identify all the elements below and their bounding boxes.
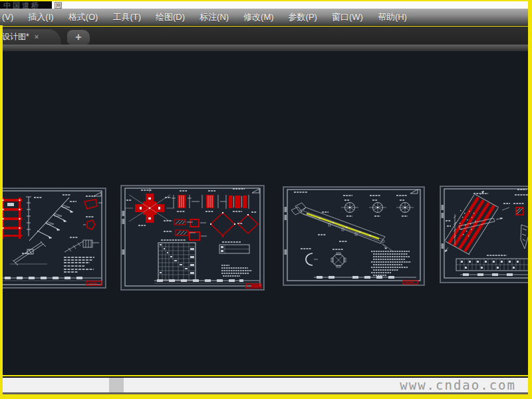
horizontal-scrollbar[interactable]: www.cndao.com xyxy=(0,376,532,392)
anchor-bolt-assembly xyxy=(291,203,394,252)
menu-bar: (V) 插入(I) 格式(O) 工具(T) 绘图(D) 标注(N) 修改(M) … xyxy=(0,9,532,26)
title-strip xyxy=(314,276,418,284)
vertical-dimension xyxy=(26,197,31,236)
menu-item-dimension[interactable]: 标注(N) xyxy=(200,11,229,23)
sheet-fold-icon xyxy=(410,190,418,194)
menu-item-tools[interactable]: 工具(T) xyxy=(112,11,141,23)
drawing-sheet-2[interactable] xyxy=(121,186,264,290)
bracket-detail xyxy=(65,240,99,252)
menu-item-view[interactable]: (V) xyxy=(2,12,13,22)
close-tab-icon[interactable]: × xyxy=(35,33,39,41)
menu-item-help[interactable]: 帮助(H) xyxy=(378,11,407,23)
binding-marks xyxy=(122,211,125,255)
drawing-canvas[interactable] xyxy=(0,51,532,375)
drawing-sheet-4[interactable] xyxy=(440,186,532,283)
pier-section-details xyxy=(172,195,249,209)
document-tab-bar: 设计图* × + xyxy=(0,27,532,45)
legend-table xyxy=(219,245,249,253)
notes-block xyxy=(64,257,94,272)
title-bar xyxy=(0,1,528,9)
sheet-fold-icon xyxy=(252,189,259,193)
tab-design-drawing[interactable]: 设计图* × xyxy=(0,29,61,45)
cad-application-window: 中国道桥 网 (V) 插入(I) 格式(O) 工具(T) 绘图(D) 标注(N)… xyxy=(0,0,532,399)
scrollbar-thumb[interactable] xyxy=(109,378,124,392)
site-logo-badge-icon: 网 xyxy=(55,2,62,9)
menu-item-window[interactable]: 窗口(W) xyxy=(332,11,363,23)
title-strip xyxy=(2,277,102,285)
quantity-table xyxy=(158,243,196,280)
c-clamp-detail xyxy=(306,253,318,265)
highlighted-cable xyxy=(307,213,379,239)
red-section-details xyxy=(84,200,97,229)
notes-block xyxy=(221,265,252,276)
schedule-table xyxy=(456,259,532,271)
binding-marks xyxy=(285,207,287,255)
capture-border-right xyxy=(528,0,532,399)
slope-anchor-elevation xyxy=(29,198,73,241)
annotation-text xyxy=(22,195,95,253)
red-square-detail xyxy=(516,207,523,215)
capture-border-top xyxy=(0,0,532,1)
site-logo: 中国道桥 xyxy=(0,1,52,9)
new-tab-button[interactable]: + xyxy=(67,30,90,45)
tab-bar-lower-edge xyxy=(0,45,532,51)
plate-details xyxy=(174,219,207,240)
tab-title: 设计图* xyxy=(2,31,29,43)
title-strip xyxy=(460,273,532,276)
coupler-detail xyxy=(331,253,346,267)
sheet-fold-icon xyxy=(94,192,101,196)
annotation-text xyxy=(294,192,408,249)
notes-block xyxy=(371,251,411,275)
capture-border-left xyxy=(0,25,3,399)
watermark-text: www.cndao.com xyxy=(400,378,516,392)
menu-item-modify[interactable]: 修改(M) xyxy=(243,11,274,23)
menu-item-parametric[interactable]: 参数(P) xyxy=(289,11,317,23)
striped-wall-section xyxy=(445,194,499,255)
annotation-text xyxy=(446,190,528,255)
menu-item-format[interactable]: 格式(O) xyxy=(68,11,98,23)
drawing-sheet-3[interactable] xyxy=(283,187,424,285)
menu-item-draw[interactable]: 绘图(D) xyxy=(156,11,185,23)
title-strip xyxy=(154,279,261,288)
binding-marks xyxy=(442,205,444,249)
capture-border-bottom xyxy=(0,394,532,399)
drawing-sheet-1[interactable] xyxy=(0,188,106,288)
menu-item-insert[interactable]: 插入(I) xyxy=(28,11,53,23)
